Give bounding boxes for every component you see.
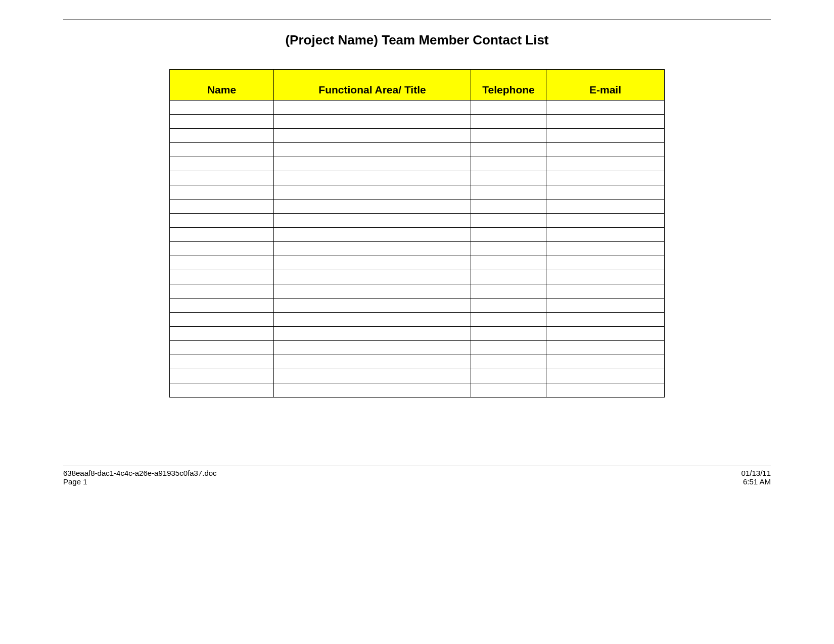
footer-time: 6:51 AM	[742, 477, 771, 486]
table-row	[170, 355, 665, 369]
cell-area	[274, 355, 471, 369]
cell-email	[546, 256, 665, 270]
contact-list-table: Name Functional Area/ Title Telephone E-…	[169, 69, 665, 398]
cell-phone	[471, 157, 546, 171]
table-row	[170, 284, 665, 299]
cell-phone	[471, 171, 546, 185]
cell-phone	[471, 369, 546, 383]
cell-email	[546, 369, 665, 383]
cell-name	[170, 369, 274, 383]
cell-email	[546, 270, 665, 284]
table-row	[170, 327, 665, 341]
cell-area	[274, 369, 471, 383]
table-row	[170, 270, 665, 284]
top-horizontal-rule	[63, 19, 771, 20]
cell-email	[546, 171, 665, 185]
table-row	[170, 256, 665, 270]
cell-name	[170, 129, 274, 143]
table-header-row: Name Functional Area/ Title Telephone E-…	[170, 70, 665, 101]
table-row	[170, 171, 665, 185]
cell-phone	[471, 242, 546, 256]
cell-phone	[471, 355, 546, 369]
cell-area	[274, 101, 471, 115]
table-row	[170, 143, 665, 157]
cell-area	[274, 185, 471, 200]
cell-name	[170, 383, 274, 398]
cell-area	[274, 327, 471, 341]
cell-name	[170, 200, 274, 214]
cell-area	[274, 270, 471, 284]
cell-area	[274, 171, 471, 185]
table-row	[170, 157, 665, 171]
cell-name	[170, 242, 274, 256]
cell-name	[170, 143, 274, 157]
cell-phone	[471, 228, 546, 242]
cell-phone	[471, 313, 546, 327]
cell-area	[274, 228, 471, 242]
table-row	[170, 129, 665, 143]
cell-phone	[471, 327, 546, 341]
cell-email	[546, 214, 665, 228]
cell-name	[170, 157, 274, 171]
cell-name	[170, 115, 274, 129]
cell-phone	[471, 200, 546, 214]
cell-phone	[471, 341, 546, 355]
cell-phone	[471, 214, 546, 228]
cell-email	[546, 157, 665, 171]
cell-email	[546, 228, 665, 242]
cell-area	[274, 157, 471, 171]
document-page: (Project Name) Team Member Contact List …	[0, 0, 834, 644]
cell-phone	[471, 284, 546, 299]
cell-name	[170, 185, 274, 200]
column-header-name: Name	[170, 70, 274, 101]
cell-phone	[471, 143, 546, 157]
cell-name	[170, 270, 274, 284]
cell-area	[274, 256, 471, 270]
cell-area	[274, 383, 471, 398]
table-row	[170, 228, 665, 242]
cell-name	[170, 228, 274, 242]
cell-phone	[471, 299, 546, 313]
table-row	[170, 369, 665, 383]
cell-area	[274, 214, 471, 228]
page-title: (Project Name) Team Member Contact List	[63, 32, 771, 48]
table-row	[170, 185, 665, 200]
cell-email	[546, 284, 665, 299]
cell-email	[546, 313, 665, 327]
cell-name	[170, 284, 274, 299]
cell-email	[546, 115, 665, 129]
cell-name	[170, 101, 274, 115]
cell-email	[546, 327, 665, 341]
cell-area	[274, 242, 471, 256]
cell-phone	[471, 256, 546, 270]
cell-name	[170, 214, 274, 228]
column-header-phone: Telephone	[471, 70, 546, 101]
cell-area	[274, 143, 471, 157]
table-row	[170, 341, 665, 355]
footer-filename: 638eaaf8-dac1-4c4c-a26e-a91935c0fa37.doc	[63, 469, 217, 477]
cell-email	[546, 185, 665, 200]
cell-email	[546, 341, 665, 355]
cell-name	[170, 355, 274, 369]
cell-phone	[471, 270, 546, 284]
cell-phone	[471, 383, 546, 398]
cell-name	[170, 256, 274, 270]
cell-email	[546, 200, 665, 214]
cell-area	[274, 313, 471, 327]
cell-email	[546, 242, 665, 256]
table-row	[170, 383, 665, 398]
cell-email	[546, 101, 665, 115]
cell-name	[170, 327, 274, 341]
table-row	[170, 200, 665, 214]
cell-name	[170, 299, 274, 313]
footer-date: 01/13/11	[742, 469, 771, 477]
cell-phone	[471, 101, 546, 115]
cell-phone	[471, 185, 546, 200]
table-row	[170, 101, 665, 115]
cell-area	[274, 299, 471, 313]
cell-phone	[471, 115, 546, 129]
table-row	[170, 115, 665, 129]
cell-email	[546, 299, 665, 313]
cell-name	[170, 171, 274, 185]
cell-email	[546, 129, 665, 143]
